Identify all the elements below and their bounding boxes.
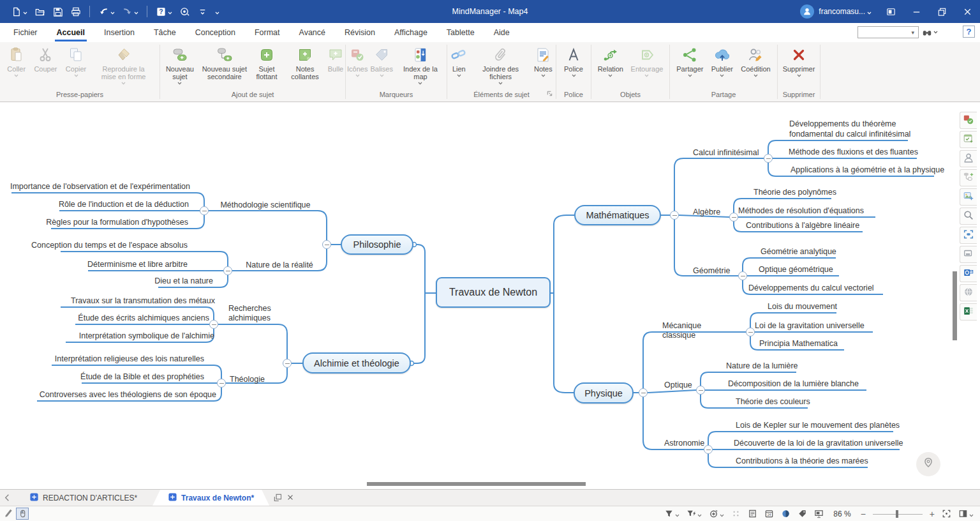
ribbon-button-copier[interactable]: Copier [64,47,87,77]
user-avatar[interactable] [800,4,814,19]
tab-aide[interactable]: Aide [484,23,519,42]
subtopic[interactable]: Méthodologie scientifique [220,200,311,210]
ribbon-button-police[interactable]: Police [563,47,584,77]
ribbon-button-partager[interactable]: Partager [675,47,704,77]
main-topic[interactable]: Alchimie et théologie [302,352,411,374]
subtopic[interactable]: Calcul infinitésimal [693,148,769,158]
search-dropdown-icon[interactable]: ▾ [911,29,914,36]
topic-leaf[interactable]: Découverte de la loi de la gravitation u… [734,439,903,448]
collapse-button[interactable] [696,386,705,395]
search-input[interactable] [858,26,919,38]
mouse-mode-button[interactable] [16,508,29,520]
topic-leaf[interactable]: Méthode des fluxions et des fluantes [789,147,918,156]
topic-leaf[interactable]: Rôle de l'induction et de la déduction [59,200,189,209]
help-button[interactable]: ? [963,26,975,38]
user-menu-chevron-icon[interactable] [867,6,872,17]
collapse-button[interactable] [764,154,773,163]
topic-leaf[interactable]: Importance de l'observation et de l'expé… [10,182,190,191]
tab-format[interactable]: Format [245,23,290,42]
web-button[interactable] [960,284,977,301]
calendar-button[interactable]: 24 [764,509,774,518]
switch-view-button[interactable] [878,0,903,23]
fit-map-button[interactable] [960,227,977,244]
presentation-button[interactable] [814,509,824,518]
ribbon-button-joindre-des-fichiers[interactable]: Joindre des fichiers [471,47,531,85]
collapse-button[interactable] [670,211,679,220]
topic-leaf[interactable]: Méthodes de résolution d'équations [738,206,864,215]
topic-leaf[interactable]: Contributions à l'algèbre linéaire [746,221,859,230]
subtopic[interactable]: Nature de la réalité [242,260,317,270]
filter-button[interactable] [664,508,679,520]
map-snippets-button[interactable] [960,188,977,206]
ribbon-button-nouveau-sujet-secondaire[interactable]: Nouveau sujet secondaire [200,47,249,80]
tab-conception[interactable]: Conception [186,23,245,42]
topic-leaf[interactable]: Règles pour la formulation d'hypothèses [46,218,188,227]
new-document-button[interactable] [8,3,31,20]
ribbon-button-couper[interactable]: Couper [33,47,58,73]
tab-scroll-left-button[interactable] [0,490,14,506]
topic-leaf[interactable]: Principia Mathematica [759,339,838,348]
collapse-button[interactable] [223,266,232,275]
ribbon-button-notes[interactable]: Notes [533,47,554,77]
topic-leaf[interactable]: Contributions à la théorie des marées [736,457,868,465]
zoom-out-button[interactable]: − [861,510,866,518]
ribbon-button-notes-collantes[interactable]: Notes collantes [284,47,326,80]
topic-leaf[interactable]: Loi de la gravitation universelle [755,321,865,330]
topic-leaf[interactable]: Théorie des polynômes [754,188,836,197]
horizontal-scrollbar[interactable] [367,482,586,486]
zoom-slider-handle[interactable] [896,510,898,518]
subtopic[interactable]: Géométrie [693,266,738,276]
tab-accueil[interactable]: Accueil [47,23,94,42]
collapse-button[interactable] [209,320,218,329]
collapse-button[interactable] [200,206,209,215]
ribbon-button-lien[interactable]: Lien [449,47,468,77]
customize-toolbar-button[interactable] [194,3,211,20]
close-tab-button[interactable] [286,492,294,504]
topic-leaf[interactable]: Lois du mouvement [768,302,837,311]
calendar-add-button[interactable] [960,131,977,148]
ribbon-button-index-de-la-map[interactable]: Index de la map [394,47,447,85]
topic-leaf[interactable]: Applications à la géométrie et à la phys… [791,165,944,174]
subtopic[interactable]: Algèbre [693,208,731,217]
tab-insertion[interactable]: Insertion [94,23,144,42]
ribbon-button-ic-nes[interactable]: Icônes [346,47,369,77]
add-topic-parts-button[interactable] [960,169,977,186]
topic-leaf[interactable]: Décomposition de la lumière blanche [728,379,859,388]
main-topic[interactable]: Philosophie [341,234,413,255]
collapse-button[interactable] [704,445,713,454]
excel-button[interactable] [960,303,977,321]
print-button[interactable] [67,3,84,20]
ribbon-button-coller[interactable]: Coller [6,47,27,77]
tag-button[interactable] [798,509,807,518]
window-panels-button[interactable] [960,246,977,263]
topic-leaf[interactable]: Étude des écrits alchimiques anciens [78,313,209,322]
topic-leaf[interactable]: Théorie des couleurs [736,397,810,406]
subtopic[interactable]: Astronomie [664,439,709,448]
central-topic[interactable]: Travaux de Newton [436,277,551,308]
topic-leaf[interactable]: Géométrie analytique [761,247,836,256]
redo-button[interactable] [119,3,142,20]
topic-notes-button[interactable] [748,509,757,518]
fit-map-view-button[interactable] [942,509,951,518]
contact-button[interactable] [960,150,977,167]
topic-leaf[interactable]: Conception du temps et de l'espace absol… [31,241,188,250]
tab-tablette[interactable]: Tablette [437,23,484,42]
find-binoculars-button[interactable] [922,27,938,38]
main-topic[interactable]: Mathématiques [574,205,661,225]
topic-leaf[interactable]: Étude de la Bible et des prophéties [80,372,204,381]
ribbon-button-nouveau-sujet[interactable]: Nouveau sujet [160,47,200,85]
topic-leaf[interactable]: Développements du calcul vectoriel [748,283,874,292]
vertical-scrollbar[interactable] [953,271,957,340]
topic-leaf[interactable]: Déterminisme et libre arbitre [87,260,188,269]
ribbon-button-bulle[interactable]: Bulle [326,47,345,73]
quick-add-button[interactable] [709,508,724,520]
topic-leaf[interactable]: Controverses avec les théologiens de son… [40,390,216,399]
document-tab-1[interactable]: Travaux de Newton* [152,490,269,506]
subtopic[interactable]: Théologie [230,375,274,384]
ribbon-button-relation[interactable]: Relation [597,47,625,77]
main-topic[interactable]: Physique [574,382,634,404]
ribbon-button-entourage[interactable]: Entourage [630,47,665,77]
tab-révision[interactable]: Révision [335,23,385,42]
tab-affichage[interactable]: Affichage [385,23,437,42]
pen-tool-icon[interactable] [4,508,13,520]
